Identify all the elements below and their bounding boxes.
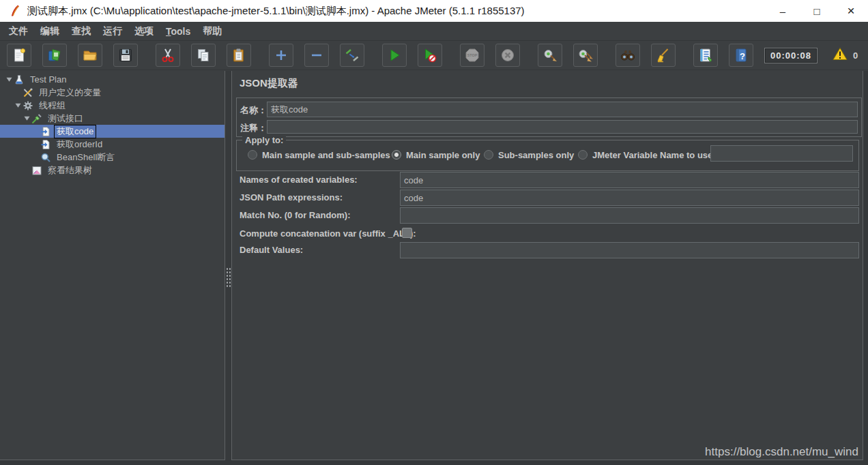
log-warning-indicator[interactable]: 0 (833, 47, 858, 63)
start-button[interactable] (382, 44, 407, 67)
extractor-icon (40, 126, 52, 137)
menu-help[interactable]: 帮助 (197, 22, 228, 40)
watermark-url: https://blog.csdn.net/mu_wind (705, 445, 858, 459)
clear-all-button[interactable] (573, 44, 598, 67)
menu-bar: 文件编辑查找运行选项Tools帮助 (0, 22, 868, 41)
window-bottom-margin (0, 460, 868, 465)
name-comment-box: 名称： 注释： (236, 97, 862, 137)
tree-item-user-defined-variables[interactable]: 用户定义的变量 (0, 86, 225, 99)
search-icon (620, 47, 636, 63)
menu-tools[interactable]: Tools (160, 23, 197, 40)
radio-label: JMeter Variable Name to use (592, 150, 712, 160)
shutdown-icon (500, 47, 516, 63)
minus-icon (308, 47, 325, 63)
radio-label: Main sample only (406, 150, 480, 160)
thread-group-icon (23, 100, 34, 111)
menu-run[interactable]: 运行 (97, 22, 128, 40)
tree-item-label: 测试接口 (46, 112, 85, 125)
shutdown-button[interactable] (495, 44, 520, 67)
clear-button[interactable] (538, 44, 562, 67)
json-extractor-editor: JSON提取器 名称： 注释： Apply to: Main sample an… (231, 71, 863, 460)
radio-jmeter-variable-name[interactable] (578, 150, 588, 160)
clear-all-icon (577, 47, 594, 63)
save-button[interactable] (113, 44, 138, 67)
menu-file[interactable]: 文件 (3, 22, 34, 40)
json-path-expressions-input[interactable] (400, 190, 859, 206)
radio-main-and-sub-samples[interactable] (248, 150, 257, 160)
help-button[interactable]: ? (729, 44, 753, 67)
templates-button[interactable] (42, 44, 67, 67)
apply-to-label: Apply to: (242, 135, 286, 145)
menu-edit[interactable]: 编辑 (34, 22, 66, 40)
tree-item-test-plan[interactable]: Test Plan (0, 73, 225, 86)
search-reset-button[interactable] (651, 44, 676, 67)
tree-item-thread-group[interactable]: 线程组 (0, 99, 225, 112)
stop-icon: STOP (464, 47, 480, 63)
tree-expand-arrow-icon[interactable] (4, 76, 14, 82)
menu-options[interactable]: 选项 (128, 22, 160, 40)
tree-expand-arrow-icon[interactable] (13, 102, 23, 108)
apply-option-main-sample-only[interactable]: Main sample only (392, 148, 480, 162)
names-of-created-variables-input[interactable] (400, 172, 859, 188)
jmeter-variable-name-input[interactable] (710, 145, 853, 162)
copy-icon (195, 47, 212, 63)
tree-item-label: 用户定义的变量 (37, 87, 103, 99)
apply-to-group: Apply to: Main sample and sub-samplesMai… (236, 140, 859, 171)
warning-icon (833, 47, 848, 63)
start-no-pauses-button[interactable] (418, 44, 442, 67)
jmeter-feather-icon (8, 4, 22, 18)
close-button[interactable]: × (834, 0, 868, 22)
copy-button[interactable] (191, 44, 216, 67)
cut-icon (160, 47, 176, 63)
add-button[interactable] (269, 44, 293, 67)
match-no-input[interactable] (400, 207, 859, 224)
paste-button[interactable] (227, 44, 251, 67)
new-button[interactable] (7, 44, 31, 67)
templates-icon (46, 47, 63, 63)
user-vars-icon (23, 87, 34, 98)
stop-button[interactable]: STOP (460, 44, 484, 67)
remove-button[interactable] (304, 44, 329, 67)
open-button[interactable] (78, 44, 102, 67)
json-path-expressions-label: JSON Path expressions: (240, 192, 343, 202)
default-values-input[interactable] (400, 242, 859, 258)
radio-label: Main sample and sub-samples (262, 150, 390, 160)
name-input[interactable] (267, 102, 858, 117)
comment-input[interactable] (267, 120, 858, 134)
tree-item-label: BeanShell断言 (55, 151, 117, 164)
radio-main-sample-only-selected[interactable] (392, 150, 401, 160)
cut-button[interactable] (156, 44, 180, 67)
menu-search[interactable]: 查找 (66, 22, 97, 40)
jmeter-window: { "window": { "title": "测试脚本.jmx (C:\\Mu… (0, 0, 868, 465)
tree-item-get-code[interactable]: 获取code (0, 125, 225, 138)
tree-item-test-interface[interactable]: 测试接口 (0, 112, 225, 125)
panel-splitter[interactable] (225, 71, 231, 460)
tree-item-get-orderid[interactable]: 获取orderId (0, 138, 225, 151)
tree-item-view-results-tree[interactable]: 察看结果树 (0, 164, 225, 177)
splitter-grip-icon (226, 267, 231, 288)
function-helper-button[interactable] (693, 44, 718, 67)
test-plan-tree: Test Plan用户定义的变量线程组测试接口获取code获取orderIdBe… (0, 71, 225, 460)
start-icon (386, 47, 403, 63)
apply-option-sub-samples-only[interactable]: Sub-samples only (484, 148, 574, 162)
warning-count: 0 (853, 50, 858, 61)
comment-label: 注释： (240, 122, 267, 134)
radio-sub-samples-only[interactable] (484, 150, 493, 160)
tree-item-label: 获取orderId (55, 138, 104, 151)
open-folder-icon (82, 47, 98, 63)
search-button[interactable] (616, 44, 640, 67)
maximize-button[interactable]: □ (800, 0, 834, 22)
apply-option-main-and-sub-samples[interactable]: Main sample and sub-samples (248, 148, 390, 162)
title-bar: 测试脚本.jmx (C:\Mu\application\test\apache-… (0, 0, 868, 22)
default-values-label: Default Values: (240, 245, 303, 255)
toggle-button[interactable] (340, 44, 364, 67)
tree-item-label: Test Plan (28, 74, 68, 85)
tree-expand-arrow-icon[interactable] (22, 115, 31, 121)
minimize-button[interactable]: – (766, 0, 800, 22)
tree-item-beanshell-assertion[interactable]: BeanShell断言 (0, 151, 225, 164)
compute-concatenation-checkbox[interactable] (402, 228, 412, 238)
apply-option-jmeter-variable-name[interactable]: JMeter Variable Name to use (578, 148, 712, 162)
tree-item-label: 察看结果树 (46, 164, 94, 177)
extractor-icon (40, 139, 52, 150)
window-controls: – □ × (766, 0, 868, 22)
